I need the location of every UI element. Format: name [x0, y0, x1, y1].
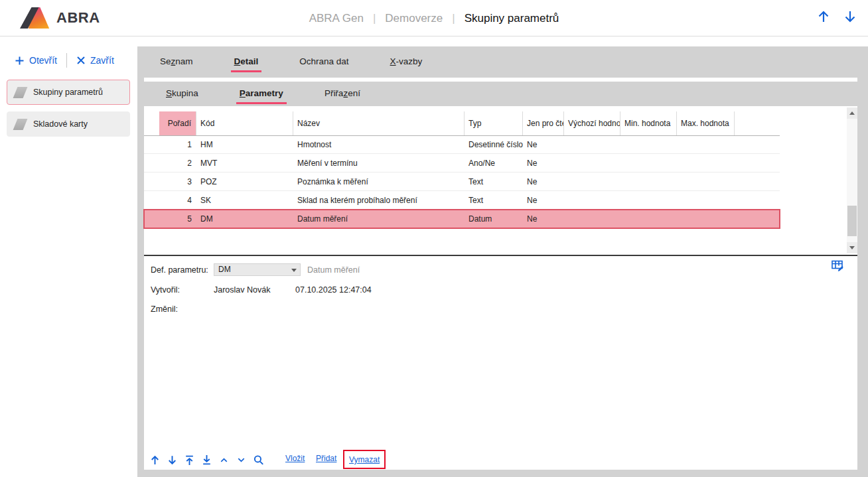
- column-header-nazev[interactable]: Název: [293, 111, 465, 135]
- def-parametru-description: Datum měření: [307, 265, 360, 275]
- main-panel: Seznam Detail Ochrana dat X-vazby Skupin…: [137, 46, 868, 477]
- table-header-row: Pořadí Kód Název Typ Jen pro čtení Výcho…: [144, 111, 780, 135]
- move-to-top-icon[interactable]: [183, 454, 195, 466]
- sidebar: Otevřít Zavřít Skupiny parametrů Skladov…: [0, 46, 137, 477]
- tab-ochrana-dat[interactable]: Ochrana dat: [295, 54, 353, 71]
- detail-content: Pořadí Kód Název Typ Jen pro čtení Výcho…: [144, 106, 857, 470]
- app-name: ABRA Gen: [309, 12, 364, 25]
- sidebar-item-skladove-karty[interactable]: Skladové karty: [7, 111, 130, 137]
- def-parametru-value: DM: [218, 265, 231, 274]
- logo-text: ABRA: [56, 9, 100, 27]
- close-button-label: Zavřít: [90, 55, 114, 66]
- previous-chevron-icon[interactable]: [218, 454, 230, 466]
- zmenil-label: Změnil:: [151, 305, 178, 314]
- def-parametru-label: Def. parametru:: [151, 265, 208, 275]
- tab-prirazeni[interactable]: Přiřazení: [320, 86, 365, 103]
- table-row[interactable]: 4SKSklad na kterém probíhalo měřeníTextN…: [144, 191, 780, 210]
- card-icon: [13, 119, 28, 130]
- column-header-jen-pro-cteni[interactable]: Jen pro čtení: [523, 111, 564, 135]
- top-header: ABRA ABRA Gen | Demoverze | Skupiny para…: [0, 0, 868, 36]
- plus-icon: [15, 56, 25, 66]
- section-divider: [144, 255, 857, 256]
- vytvoril-datetime: 07.10.2025 12:47:04: [295, 285, 372, 295]
- column-header-typ[interactable]: Typ: [465, 111, 523, 135]
- table-row[interactable]: 2MVTMěření v termínuAno/NeNe: [144, 154, 780, 172]
- vytvoril-name: Jaroslav Novák: [214, 285, 270, 295]
- record-toolbar: [149, 451, 264, 468]
- up-arrow-icon[interactable]: [816, 9, 831, 24]
- tab-detail[interactable]: Detail: [230, 54, 263, 71]
- sub-tab-bar: Skupina Parametry Přiřazení: [137, 82, 868, 106]
- open-button-label: Otevřít: [29, 55, 57, 66]
- move-down-icon[interactable]: [166, 454, 178, 466]
- scrollbar-thumb[interactable]: [847, 206, 857, 236]
- chevron-down-icon: [291, 269, 297, 272]
- column-header-vychozi-hodnota[interactable]: Výchozí hodnota: [564, 111, 620, 135]
- sidebar-item-label: Skladové karty: [33, 119, 88, 129]
- next-chevron-icon[interactable]: [235, 454, 247, 466]
- column-header-kod[interactable]: Kód: [196, 111, 293, 135]
- column-header-poradi[interactable]: Pořadí: [159, 111, 196, 135]
- breadcrumb: ABRA Gen | Demoverze | Skupiny parametrů: [0, 0, 868, 36]
- card-icon: [13, 87, 28, 98]
- page-title: Skupiny parametrů: [465, 12, 559, 25]
- scroll-up-button[interactable]: [847, 107, 857, 119]
- main-tab-bar: Seznam Detail Ochrana dat X-vazby: [137, 46, 868, 78]
- table-row-selected[interactable]: 5DMDatum měřeníDatumNe: [144, 210, 780, 228]
- edit-grid-icon[interactable]: [831, 259, 844, 275]
- table-row[interactable]: 3POZPoznámka k měřeníTextNe: [144, 172, 780, 191]
- table-row[interactable]: 1HMHmotnostDesetinné čísloNe: [144, 135, 780, 154]
- scroll-down-button[interactable]: [847, 242, 857, 253]
- close-button[interactable]: Zavřít: [76, 55, 114, 66]
- move-to-bottom-icon[interactable]: [200, 454, 212, 466]
- column-header-max-hodnota[interactable]: Max. hodnota: [677, 111, 735, 135]
- def-parametru-select[interactable]: DM: [214, 263, 301, 276]
- tab-parametry[interactable]: Parametry: [235, 86, 288, 103]
- tab-skupina[interactable]: Skupina: [161, 86, 203, 103]
- parameters-table: Pořadí Kód Název Typ Jen pro čtení Výcho…: [144, 106, 857, 255]
- delete-link-highlight-box: Vymazat: [343, 450, 386, 469]
- abra-logo: ABRA: [20, 7, 100, 29]
- insert-link[interactable]: Vložit: [285, 454, 305, 463]
- tab-seznam[interactable]: Seznam: [155, 54, 198, 71]
- abra-logo-icon: [20, 7, 50, 29]
- down-arrow-icon[interactable]: [843, 9, 857, 24]
- search-icon[interactable]: [252, 454, 264, 466]
- add-link[interactable]: Přidat: [316, 454, 336, 463]
- move-up-icon[interactable]: [149, 454, 161, 466]
- divider: [66, 53, 67, 68]
- tab-x-vazby[interactable]: X-vazby: [386, 54, 427, 71]
- sidebar-item-label: Skupiny parametrů: [33, 88, 103, 97]
- close-icon: [76, 56, 86, 65]
- vytvoril-label: Vytvořil:: [151, 285, 180, 295]
- environment-label: Demoverze: [385, 12, 443, 25]
- column-header-min-hodnota[interactable]: Min. hodnota: [620, 111, 677, 135]
- sidebar-item-skupiny-parametru[interactable]: Skupiny parametrů: [7, 80, 130, 105]
- vertical-scrollbar[interactable]: [847, 107, 857, 253]
- open-button[interactable]: Otevřít: [15, 55, 57, 66]
- delete-link[interactable]: Vymazat: [349, 455, 380, 464]
